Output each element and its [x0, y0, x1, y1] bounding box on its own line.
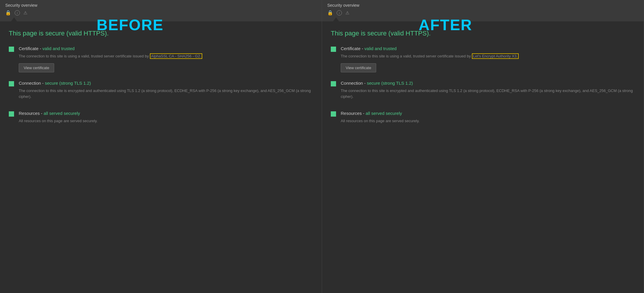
after-header-title: Security overview: [327, 3, 359, 8]
after-cert-heading-plain: Certificate -: [341, 46, 364, 51]
after-conn-heading-plain: Connection -: [341, 81, 367, 86]
before-resources-section: Resources - all served securely All reso…: [9, 111, 313, 127]
before-certificate-section: Certificate - valid and trusted The conn…: [9, 46, 313, 72]
after-cert-heading-highlight: valid and trusted: [364, 46, 397, 51]
before-view-cert-button[interactable]: View certificate: [19, 63, 54, 72]
after-lock-icon: 🔒: [327, 10, 333, 16]
before-panel: Security overview 🔒 i ⚠ This page is sec…: [0, 0, 322, 293]
before-res-indicator: [9, 111, 14, 117]
after-res-heading-plain: Resources -: [341, 111, 366, 116]
after-header-bar: Security overview 🔒 i ⚠: [322, 0, 644, 21]
before-content: This page is secure (valid HTTPS). Certi…: [0, 21, 322, 293]
after-info-icon: i: [337, 10, 342, 16]
before-res-desc: All resources on this page are served se…: [19, 118, 313, 124]
after-header-icons: 🔒 i ⚠: [327, 10, 638, 16]
before-ca-name: AlphaSSL CA - SHA256 - G2.: [150, 53, 202, 59]
after-certificate-section: Certificate - valid and trusted The conn…: [331, 46, 635, 72]
after-cert-desc: The connection to this site is using a v…: [341, 53, 635, 59]
after-warning-icon: ⚠: [345, 10, 349, 16]
before-res-content: Resources - all served securely All reso…: [19, 111, 313, 127]
before-divider: [5, 17, 316, 21]
after-conn-indicator: [331, 81, 336, 86]
after-divider: [327, 17, 638, 21]
after-conn-content: Connection - secure (strong TLS 1.2) The…: [341, 81, 635, 103]
after-connection-section: Connection - secure (strong TLS 1.2) The…: [331, 81, 635, 103]
after-panel: Security overview 🔒 i ⚠ This page is sec…: [322, 0, 644, 293]
before-header-icons: 🔒 i ⚠: [5, 10, 316, 16]
before-page-secure-title: This page is secure (valid HTTPS).: [9, 30, 313, 37]
info-icon: i: [15, 10, 20, 16]
before-conn-heading-highlight: secure (strong TLS 1.2): [45, 81, 91, 86]
before-cert-desc-text: The connection to this site is using a v…: [19, 54, 150, 58]
after-res-content: Resources - all served securely All reso…: [341, 111, 635, 127]
before-connection-section: Connection - secure (strong TLS 1.2) The…: [9, 81, 313, 103]
before-conn-desc: The connection to this site is encrypted…: [19, 88, 313, 100]
before-res-heading: Resources - all served securely: [19, 111, 313, 116]
before-conn-content: Connection - secure (strong TLS 1.2) The…: [19, 81, 313, 103]
before-cert-content: Certificate - valid and trusted The conn…: [19, 46, 313, 72]
before-conn-heading-plain: Connection -: [19, 81, 45, 86]
after-res-heading-highlight: all served securely: [366, 111, 402, 116]
before-conn-heading: Connection - secure (strong TLS 1.2): [19, 81, 313, 86]
after-res-desc: All resources on this page are served se…: [341, 118, 635, 124]
before-header-title: Security overview: [5, 3, 37, 8]
after-conn-desc: The connection to this site is encrypted…: [341, 88, 635, 100]
after-conn-heading-highlight: secure (strong TLS 1.2): [367, 81, 413, 86]
lock-icon: 🔒: [5, 10, 11, 16]
before-res-heading-plain: Resources -: [19, 111, 44, 116]
before-cert-heading-plain: Certificate -: [19, 46, 42, 51]
before-res-heading-highlight: all served securely: [44, 111, 80, 116]
after-res-heading: Resources - all served securely: [341, 111, 635, 116]
before-cert-heading: Certificate - valid and trusted: [19, 46, 313, 51]
after-cert-heading: Certificate - valid and trusted: [341, 46, 635, 51]
after-cert-desc-text: The connection to this site is using a v…: [341, 54, 472, 58]
after-cert-indicator: [331, 47, 336, 52]
after-ca-name: Let's Encrypt Authority X3.: [472, 53, 519, 59]
after-page-secure-title: This page is secure (valid HTTPS).: [331, 30, 635, 37]
before-conn-indicator: [9, 81, 14, 86]
warning-icon: ⚠: [23, 10, 27, 16]
after-content: This page is secure (valid HTTPS). Certi…: [322, 21, 644, 293]
after-res-indicator: [331, 111, 336, 117]
before-cert-indicator: [9, 47, 14, 52]
after-view-cert-button[interactable]: View certificate: [341, 63, 376, 72]
before-cert-desc: The connection to this site is using a v…: [19, 53, 313, 59]
after-resources-section: Resources - all served securely All reso…: [331, 111, 635, 127]
after-conn-heading: Connection - secure (strong TLS 1.2): [341, 81, 635, 86]
before-header-bar: Security overview 🔒 i ⚠: [0, 0, 322, 21]
after-cert-content: Certificate - valid and trusted The conn…: [341, 46, 635, 72]
before-cert-heading-highlight: valid and trusted: [42, 46, 75, 51]
